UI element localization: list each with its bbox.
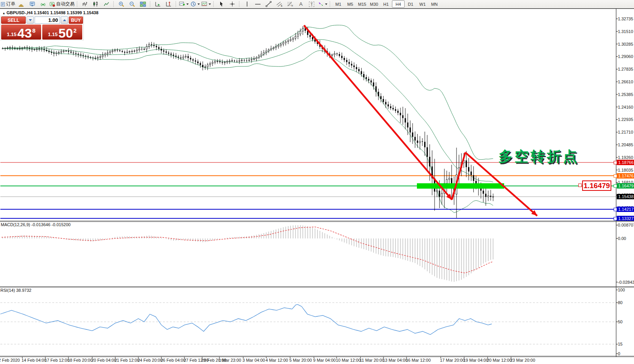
new-order-icon (1, 2, 5, 7)
buy-price-display[interactable]: 1.15 50 2 (42, 25, 82, 40)
zoom-in-icon (118, 1, 124, 7)
price-axis[interactable]: 1.327351.315101.302851.290601.278351.266… (616, 9, 634, 221)
timeframe-button-H1[interactable]: H1 (380, 1, 392, 7)
volume-increase-button[interactable] (61, 17, 68, 24)
price-tick-label: 1.29060 (618, 54, 634, 59)
dropdown-caret (198, 3, 200, 5)
clock-icon (190, 1, 196, 7)
chart-icon: ▲ (2, 12, 5, 15)
text-label-glyph: T (309, 2, 315, 7)
level-anchor-handle[interactable] (614, 208, 617, 211)
arrows-icon (318, 1, 324, 7)
bar-chart-button[interactable] (80, 0, 90, 8)
text-tool-button[interactable]: A (296, 0, 306, 8)
time-tick-label: 13 Mar 04:00 (383, 358, 408, 362)
signals-button[interactable] (38, 0, 48, 8)
line-chart-button[interactable] (101, 0, 111, 8)
autotrading-button[interactable]: 自动交易 (49, 0, 75, 8)
template-icon (201, 1, 207, 7)
templates-button[interactable] (201, 0, 211, 8)
time-tick-label: 1 Mar 23:00 (219, 358, 241, 362)
channel-tool-button[interactable]: E (274, 0, 284, 8)
indicators-button[interactable] (179, 0, 189, 8)
macd-axis[interactable]: 0.0087070.00-0.028436 (616, 222, 634, 286)
cursor-tool-button[interactable] (216, 0, 226, 8)
toolbar-separator (77, 1, 78, 7)
time-tick-label: 2 Feb 2020 (0, 358, 20, 362)
price-level-badge: 1.13327 (617, 216, 634, 221)
toolbar-separator (239, 1, 240, 7)
new-order-button[interactable]: 订单 (0, 0, 16, 8)
timeframe-button-MN[interactable]: MN (428, 1, 440, 7)
time-tick-label: 24 Feb 20:00 (138, 358, 163, 362)
sell-button[interactable]: SELL (1, 17, 26, 24)
time-tick-label: 20 Feb 04:00 (91, 358, 116, 362)
periods-button[interactable] (190, 0, 200, 8)
zoom-out-button[interactable] (127, 0, 137, 8)
up-arrow-icon (63, 19, 66, 21)
price-level-badge: 1.18766 (617, 160, 634, 165)
timeframe-button-D1[interactable]: D1 (405, 1, 417, 7)
autotrading-label: 自动交易 (56, 1, 75, 7)
tile-windows-button[interactable] (138, 0, 148, 8)
callout-anchor-handle[interactable] (578, 184, 582, 187)
chart-canvas[interactable] (0, 0, 634, 364)
sell-price-pip: 8 (32, 27, 35, 34)
timeframe-button-W1[interactable]: W1 (417, 1, 428, 7)
timeframe-button-M30[interactable]: M30 (368, 1, 380, 7)
vertical-line-tool-button[interactable] (242, 0, 252, 8)
candle-chart-icon (93, 1, 99, 7)
level-anchor-handle[interactable] (614, 217, 617, 220)
sell-price-display[interactable]: 1.15 43 8 (1, 25, 41, 40)
fibonacci-tool-button[interactable]: F (285, 0, 295, 8)
toolbar-separator (213, 1, 214, 7)
chart-text-annotation[interactable]: 多空转折点 (498, 147, 579, 166)
volume-input[interactable] (35, 17, 60, 24)
volume-decrease-button[interactable] (27, 17, 34, 24)
timeframe-button-M15[interactable]: M15 (356, 1, 368, 7)
toolbar-separator (113, 1, 115, 7)
time-tick-label: 10 Mar 12:00 (336, 358, 361, 362)
level-anchor-handle[interactable] (614, 184, 617, 188)
time-tick-label: 17 Mar 20:00 (440, 358, 465, 362)
market-watch-button[interactable] (27, 0, 37, 8)
signal-icon (40, 2, 46, 7)
timeframe-button-M1[interactable]: M1 (332, 1, 344, 7)
price-tick-label: 1.19260 (618, 155, 634, 160)
macd-tick-label: 0.008707 (618, 223, 634, 228)
sell-price-big: 43 (17, 27, 32, 39)
price-callout-label[interactable]: 1.16479 (582, 180, 611, 191)
chart-shift-button[interactable] (164, 0, 174, 8)
timeframe-button-H4[interactable]: H4 (392, 0, 405, 8)
horizontal-line-tool-button[interactable] (253, 0, 263, 8)
buy-price-pip: 2 (73, 27, 76, 34)
macd-tick-label: -0.028436 (618, 280, 634, 285)
zoom-in-button[interactable] (116, 0, 126, 8)
dropdown-caret (209, 3, 211, 5)
level-anchor-handle[interactable] (614, 174, 617, 178)
price-level-badge: 1.16479 (617, 183, 634, 189)
crosshair-tool-button[interactable] (227, 0, 237, 8)
buy-button[interactable]: BUY (69, 17, 83, 24)
time-tick-label: 20 Mar 12:00 (487, 358, 512, 362)
price-tick-label: 1.32735 (618, 17, 634, 22)
level-anchor-handle[interactable] (614, 161, 617, 164)
price-tick-label: 1.21710 (618, 130, 634, 135)
rsi-axis[interactable]: 1008050150 (616, 287, 634, 356)
auto-scroll-button[interactable] (153, 0, 163, 8)
timeframe-button-M5[interactable]: M5 (344, 1, 356, 7)
arrows-tool-button[interactable] (317, 0, 328, 8)
trendline-tool-button[interactable] (264, 0, 274, 8)
macd-label: MACD(12,26,9) -0.013646 -0.015200 (1, 222, 71, 227)
rsi-tick-label: 0 (618, 351, 634, 356)
channel-glyph: E (281, 5, 282, 7)
history-center-button[interactable] (17, 0, 27, 8)
candle-chart-button[interactable] (91, 0, 101, 8)
zoom-out-icon (129, 1, 135, 7)
rsi-label: RSI(14) 38.9732 (0, 288, 32, 293)
price-level-badge: 1.17476 (617, 173, 634, 179)
time-tick-label: 21 Feb 12:00 (115, 358, 139, 362)
price-tick-label: 1.20485 (618, 142, 634, 147)
text-label-tool-button[interactable]: T (307, 0, 317, 8)
vertical-line-icon (245, 1, 249, 7)
